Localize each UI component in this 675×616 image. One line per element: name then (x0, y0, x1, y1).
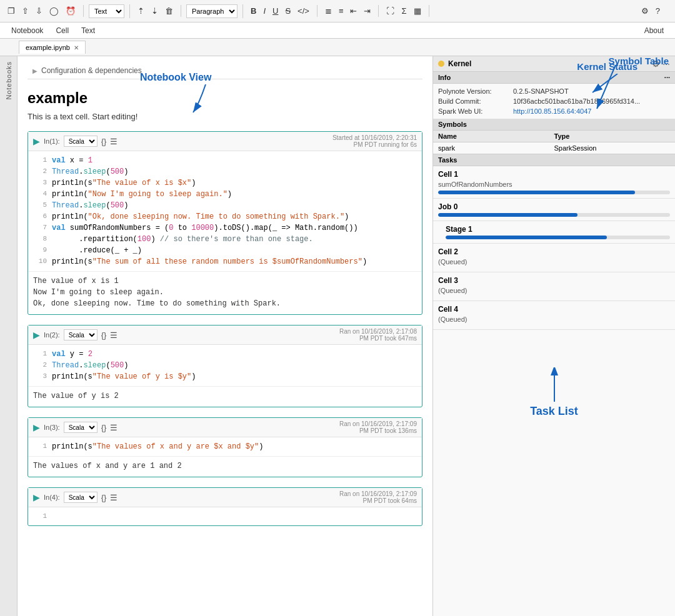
cell-menu-icon[interactable]: ☰ (110, 137, 118, 146)
progress-bar-fill (438, 213, 578, 217)
cell-language-select[interactable]: Scala (64, 422, 98, 433)
version-value: 0.2.5-SNAPSHOT (513, 87, 569, 95)
delete-cell-btn[interactable]: 🗑 (162, 5, 176, 17)
help-btn[interactable]: ? (653, 5, 662, 17)
close-tab-icon[interactable]: ✕ (74, 44, 79, 51)
tasks-section: Tasks Cell 1sumOfRandomNumbersJob 0Stage… (433, 154, 675, 616)
history-btn[interactable]: ⏰ (63, 5, 78, 17)
italic-btn[interactable]: I (261, 5, 268, 17)
code-content[interactable]: 1val y = 22Thread.sleep(500)3println(s"T… (28, 345, 422, 386)
tasks-header: Tasks (433, 154, 675, 166)
cell-language-select[interactable]: Scala (64, 329, 98, 340)
cell-output: The value of y is 2 (28, 386, 422, 407)
line-code: println(s"The value of x is $x") (52, 177, 417, 189)
code-content[interactable]: 1val x = 12Thread.sleep(500)3println(s"T… (28, 151, 422, 271)
cell-output: The values of x and y are 1 and 2 (28, 456, 422, 477)
cell-header: ▶ In(1): Scala {} ☰ Started at 10/16/201… (28, 132, 422, 151)
info-menu-icon[interactable]: ··· (664, 74, 670, 81)
symbol-type-header: Type (554, 132, 671, 140)
run-cell-btn[interactable]: ▶ (33, 136, 40, 146)
line-code: .repartition(100) // so there's more tha… (52, 234, 417, 245)
indent-left-btn[interactable]: ⇤ (348, 5, 359, 17)
cell-code-icon[interactable]: {} (101, 330, 107, 340)
code-inline-btn[interactable]: </> (295, 5, 312, 17)
code-cell: ▶ In(1): Scala {} ☰ Started at 10/16/201… (28, 131, 422, 315)
line-number: 2 (33, 166, 47, 177)
code-cell: ▶ In(3): Scala {} ☰ Ran on 10/16/2019, 2… (28, 417, 422, 477)
cell-output: The value of x is 1 Now I'm going to sle… (28, 271, 422, 314)
strikethrough-btn[interactable]: S (282, 5, 293, 17)
menu-notebook[interactable]: Notebook (5, 24, 49, 37)
cells-container: ▶ In(1): Scala {} ☰ Started at 10/16/201… (28, 131, 422, 526)
run-cell-btn[interactable]: ▶ (33, 492, 40, 502)
move-down-btn[interactable]: ⇣ (149, 5, 161, 17)
code-cell: ▶ In(4): Scala {} ☰ Ran on 10/16/2019, 2… (28, 487, 422, 526)
notebook-title: example (28, 89, 422, 107)
upload-btn[interactable]: ⇧ (19, 5, 31, 17)
run-cell-btn[interactable]: ▶ (33, 330, 40, 340)
task-cell: Cell 3(Queued) (433, 272, 675, 301)
annotation-task-list: Task List (530, 405, 578, 417)
cell-menu-icon[interactable]: ☰ (110, 330, 118, 340)
cell-code-icon[interactable]: {} (101, 493, 107, 502)
text-cell[interactable]: This is a text cell. Start editing! (28, 112, 422, 121)
paragraph-select[interactable]: Paragraph H1 H2 (186, 4, 238, 18)
notebook-tab[interactable]: example.ipynb ✕ (19, 41, 86, 54)
kernel-title: Kernel (448, 59, 471, 68)
task-cell-title: Cell 2 (438, 247, 670, 256)
cell-in-label: In(2): (44, 331, 60, 339)
left-sidebar: Notebooks (0, 56, 18, 616)
notebooks-label: Notebooks (5, 61, 12, 100)
run-cell-btn[interactable]: ▶ (33, 422, 40, 432)
line-number: 1 (33, 441, 47, 452)
indent-right-btn[interactable]: ⇥ (361, 5, 373, 17)
sigma-btn[interactable]: Σ (399, 5, 409, 17)
annotation-notebook-view: Notebook View (140, 72, 211, 83)
menu-about[interactable]: About (638, 24, 670, 37)
task-cell: Cell 4(Queued) (433, 301, 675, 330)
cell-type-group: Text Code (89, 4, 130, 18)
spark-ui-link[interactable]: http://100.85.156.64:4047 (513, 107, 591, 115)
new-notebook-btn[interactable]: ❐ (5, 5, 18, 17)
cell-timestamp: Ran on 10/16/2019, 2:17:09 PM PDT took 6… (339, 490, 417, 504)
ordered-list-btn[interactable]: ≡ (336, 5, 346, 17)
main-layout: Notebooks ▶ Configuration & dependencies… (0, 56, 675, 616)
cell-code-icon[interactable]: {} (101, 137, 107, 146)
code-content[interactable]: 1println(s"The values of x and y are $x … (28, 437, 422, 456)
stop-btn[interactable]: ◯ (47, 5, 61, 17)
kernel-status-dot (438, 61, 444, 67)
settings-btn[interactable]: ⚙ (639, 5, 651, 17)
unordered-list-btn[interactable]: ≣ (322, 5, 334, 17)
progress-bar-fill (446, 236, 607, 239)
task-list-annotation-wrapper: Task List (433, 330, 675, 430)
info-section: Info ··· Polynote Version: 0.2.5-SNAPSHO… (433, 72, 675, 119)
notebook-area[interactable]: ▶ Configuration & dependencies Notebook … (18, 56, 432, 616)
line-number: 9 (33, 245, 47, 256)
task-cell: Cell 1sumOfRandomNumbers (433, 166, 675, 199)
cell-menu-icon[interactable]: ☰ (110, 493, 118, 502)
menu-text[interactable]: Text (75, 24, 101, 37)
cell-language-select[interactable]: Scala (64, 136, 98, 147)
code-line: 4println("Now I'm going to sleep again."… (33, 189, 417, 200)
move-up-btn[interactable]: ⇡ (135, 5, 147, 17)
line-number: 1 (33, 349, 47, 360)
cell-language-select[interactable]: Scala (64, 492, 98, 503)
underline-btn[interactable]: U (270, 5, 281, 17)
cell-code-icon[interactable]: {} (101, 423, 107, 432)
progress-bar-bg (438, 191, 670, 194)
line-code: val y = 2 (52, 349, 417, 360)
cell-in-label: In(3): (44, 424, 60, 431)
notebook-tools: ❐ ⇧ ⇩ ◯ ⏰ (5, 5, 84, 17)
task-cell: Job 0 (433, 199, 675, 221)
code-line: 2Thread.sleep(500) (33, 166, 417, 177)
line-number: 3 (33, 371, 47, 382)
bold-btn[interactable]: B (248, 5, 259, 17)
table-btn[interactable]: ▦ (411, 5, 424, 17)
image-btn[interactable]: ⛶ (384, 5, 397, 17)
download-btn[interactable]: ⇩ (33, 5, 45, 17)
cell-type-select[interactable]: Text Code (89, 4, 124, 18)
paragraph-group: Paragraph H1 H2 (186, 4, 243, 18)
code-content[interactable]: 1 (28, 507, 422, 525)
cell-menu-icon[interactable]: ☰ (110, 423, 118, 432)
menu-cell[interactable]: Cell (49, 24, 75, 37)
